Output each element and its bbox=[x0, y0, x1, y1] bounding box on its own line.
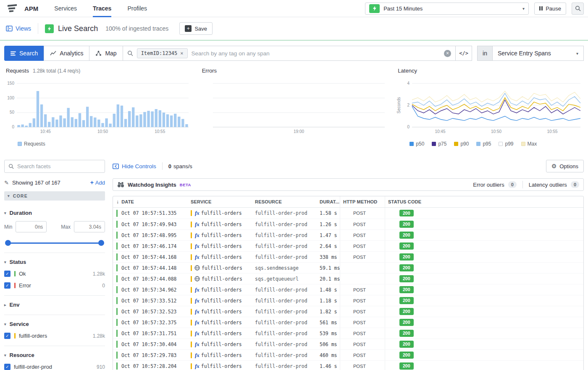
pause-button[interactable]: Pause bbox=[534, 3, 566, 15]
lambda-icon: fx bbox=[195, 232, 200, 239]
nav-item-traces[interactable]: Traces bbox=[93, 0, 111, 17]
service-section-header[interactable]: ▾ Service bbox=[4, 321, 105, 327]
trace-search-field[interactable]: ItemID:12345 × × bbox=[123, 46, 456, 61]
checkbox-checked[interactable] bbox=[4, 333, 10, 339]
slider-handle-max[interactable] bbox=[98, 240, 104, 246]
table-row[interactable]: Oct 07 10:57:34.962fxfulfill-ordersfulfi… bbox=[113, 284, 583, 295]
errors-chart-plot[interactable]: 19:00 bbox=[200, 80, 388, 137]
nav-item-apm[interactable]: APM bbox=[24, 0, 38, 17]
core-facet-group-header[interactable]: ▾ CORE bbox=[4, 191, 105, 201]
resource-name: fulfill-order-prod bbox=[255, 287, 307, 293]
add-facet-button[interactable]: + Add bbox=[90, 179, 105, 186]
column-header-http-method[interactable]: HTTP METHOD bbox=[340, 196, 385, 207]
checkbox-checked[interactable] bbox=[4, 271, 10, 277]
table-row[interactable]: Oct 07 10:57:44.088fulfill-orderssqs.get… bbox=[113, 273, 583, 284]
table-row[interactable]: Oct 07 10:57:28.204fxfulfill-ordersfulfi… bbox=[113, 360, 583, 370]
time-range-select[interactable]: Past 15 Minutes ▾ bbox=[365, 3, 529, 15]
resource-name: fulfill-order-prod bbox=[255, 341, 307, 347]
trace-status-bar bbox=[116, 286, 118, 293]
table-row[interactable]: Oct 07 10:57:29.783fxfulfill-ordersfulfi… bbox=[113, 349, 583, 360]
requests-chart-plot[interactable]: 05010015010:4510:5010:55 bbox=[4, 80, 192, 137]
duration-min-input[interactable] bbox=[16, 221, 47, 232]
global-search-button[interactable] bbox=[572, 3, 584, 15]
status-section-header[interactable]: ▾ Status bbox=[4, 259, 105, 265]
lambda-icon: fx bbox=[195, 243, 200, 250]
table-row[interactable]: Oct 07 10:57:44.168fxfulfill-ordersfulfi… bbox=[113, 251, 583, 262]
latency-outliers-count: 0 bbox=[571, 181, 579, 188]
spans-rate-unit: spans/s bbox=[173, 163, 192, 169]
watchdog-insights-bar[interactable]: Watchdog Insights BETA Error outliers 0 … bbox=[113, 178, 584, 191]
table-row[interactable]: Oct 07 10:57:32.375fxfulfill-ordersfulfi… bbox=[113, 317, 583, 328]
save-view-button[interactable]: + Save bbox=[179, 22, 213, 35]
duration-section-header[interactable]: ▾ Duration bbox=[4, 210, 105, 216]
resource-section-header[interactable]: ▾ Resource bbox=[4, 352, 105, 358]
datadog-logo[interactable] bbox=[7, 4, 18, 13]
column-header-resource[interactable]: RESOURCE bbox=[252, 196, 316, 207]
column-header-status-code[interactable]: STATUS CODE bbox=[385, 196, 583, 207]
table-row[interactable]: Oct 07 10:57:33.512fxfulfill-ordersfulfi… bbox=[113, 295, 583, 306]
column-header-service[interactable]: SERVICE bbox=[187, 196, 252, 207]
tab-map[interactable]: Map bbox=[89, 46, 123, 61]
tab-search[interactable]: Search bbox=[4, 46, 44, 61]
legend-item[interactable]: Max bbox=[521, 141, 537, 147]
remove-tag-icon[interactable]: × bbox=[180, 50, 183, 56]
lambda-icon: fx bbox=[195, 308, 200, 315]
checkbox-checked[interactable] bbox=[4, 282, 10, 289]
duration-value: 59.1 ms bbox=[320, 265, 340, 271]
status-facet-section: ▾ Status Ok 1.28k Error 0 bbox=[4, 253, 105, 289]
table-row[interactable]: Oct 07 10:57:48.995fxfulfill-ordersfulfi… bbox=[113, 229, 583, 240]
legend-item[interactable]: p99 bbox=[499, 141, 513, 147]
table-row[interactable]: Oct 07 10:57:31.751fxfulfill-ordersfulfi… bbox=[113, 328, 583, 339]
env-section-header[interactable]: ▸ Env bbox=[4, 302, 105, 308]
column-header-date[interactable]: ↓ DATE bbox=[113, 196, 187, 207]
slider-handle-min[interactable] bbox=[5, 240, 11, 246]
latency-outliers-label[interactable]: Latency outliers bbox=[529, 182, 567, 188]
http-method: POST bbox=[343, 364, 366, 369]
facet-count: 1.28k bbox=[93, 333, 105, 339]
status-code-badge: 200 bbox=[399, 210, 414, 217]
code-view-button[interactable]: </> bbox=[455, 46, 472, 61]
search-tag-pill[interactable]: ItemID:12345 × bbox=[137, 48, 188, 58]
table-row[interactable]: Oct 07 10:57:32.523fxfulfill-ordersfulfi… bbox=[113, 306, 583, 317]
scope-select[interactable]: Service Entry Spans ▾ bbox=[492, 46, 584, 61]
service-color-bar bbox=[191, 341, 192, 347]
slider-track bbox=[7, 242, 102, 244]
env-facet-section: ▸ Env bbox=[4, 295, 105, 308]
resource-name: fulfill-order-prod bbox=[255, 352, 307, 358]
resource-facet-section: ▾ Resource fulfill-order-prod 910 bbox=[4, 346, 105, 370]
legend-item[interactable]: Requests bbox=[18, 141, 45, 147]
checkbox-checked[interactable] bbox=[4, 364, 10, 370]
latency-chart-plot[interactable]: 02410:4510:5010:55Seconds bbox=[396, 80, 584, 137]
table-row[interactable]: Oct 07 10:57:30.404fxfulfill-ordersfulfi… bbox=[113, 339, 583, 349]
service-color-bar bbox=[191, 298, 192, 304]
nav-item-services[interactable]: Services bbox=[54, 0, 77, 17]
options-button[interactable]: ⚙ Options bbox=[546, 160, 584, 172]
status-code-badge: 200 bbox=[399, 319, 414, 326]
legend-item[interactable]: p75 bbox=[432, 141, 446, 147]
legend-item[interactable]: p50 bbox=[410, 141, 424, 147]
resource-name: fulfill-order-prod bbox=[255, 363, 307, 369]
http-method: POST bbox=[343, 287, 366, 292]
duration-max-input[interactable] bbox=[74, 221, 105, 232]
column-header-duration[interactable]: DURAT... bbox=[316, 196, 340, 207]
list-controls-row: Hide Controls 0 spans/s ⚙ Options bbox=[113, 160, 584, 172]
legend-item[interactable]: p90 bbox=[454, 141, 469, 147]
duration-value: 1.46 s bbox=[320, 363, 337, 369]
facet-row-service: fulfill-orders 1.28k bbox=[4, 333, 105, 339]
duration-value: 539 ms bbox=[320, 331, 337, 336]
clear-search-icon[interactable]: × bbox=[444, 50, 451, 57]
table-row[interactable]: Oct 07 10:57:49.943fxfulfill-ordersfulfi… bbox=[113, 219, 583, 229]
table-row[interactable]: Oct 07 10:57:51.335fxfulfill-ordersfulfi… bbox=[113, 208, 583, 219]
facet-search-input[interactable] bbox=[17, 163, 101, 169]
table-row[interactable]: Oct 07 10:57:46.174fxfulfill-ordersfulfi… bbox=[113, 240, 583, 251]
facet-search-box[interactable] bbox=[4, 160, 105, 173]
legend-item[interactable]: p95 bbox=[476, 141, 491, 147]
edit-pencil-icon[interactable]: ✎ bbox=[4, 180, 9, 186]
tab-analytics[interactable]: Analytics bbox=[44, 46, 89, 61]
table-row[interactable]: Oct 07 10:57:44.148fulfill-orderssqs.sen… bbox=[113, 262, 583, 273]
nav-item-profiles[interactable]: Profiles bbox=[127, 0, 147, 17]
hide-controls-button[interactable]: Hide Controls bbox=[113, 163, 156, 169]
error-outliers-label[interactable]: Error outliers bbox=[473, 182, 504, 188]
views-button[interactable]: Views bbox=[6, 25, 31, 32]
search-input[interactable] bbox=[192, 50, 444, 57]
